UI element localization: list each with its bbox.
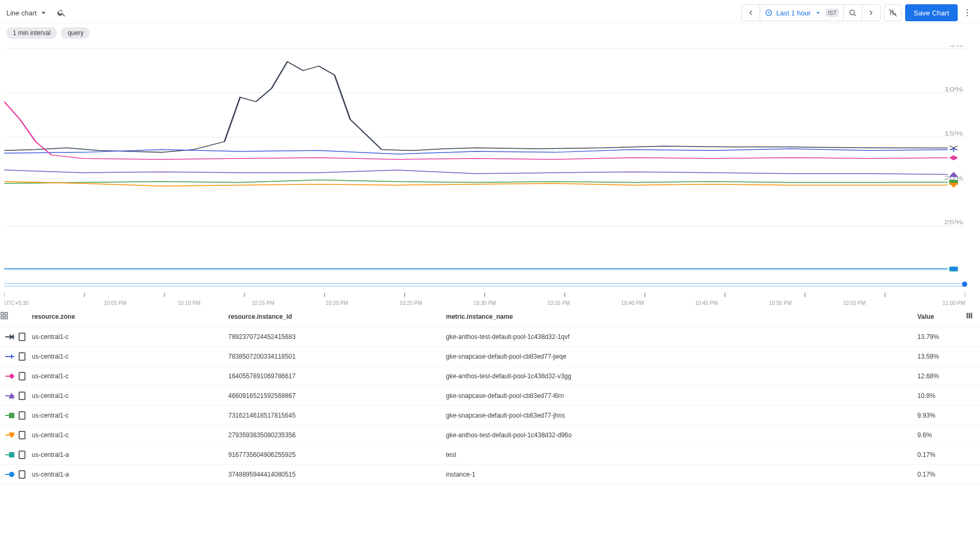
x-tick: 10:45 PM [669,300,743,306]
series-checkbox[interactable] [19,392,25,400]
svg-text:5%: 5% [949,45,963,48]
time-range-label: Last 1 hour [776,9,811,17]
time-prev-button[interactable] [742,5,760,21]
series-checkbox[interactable] [19,352,25,361]
series-line[interactable] [4,101,948,159]
series-checkbox[interactable] [19,470,25,479]
x-tick: 10:50 PM [743,300,817,306]
series-swatch [5,452,14,458]
x-tick: 11:00 PM [891,300,965,306]
series-swatch [5,393,14,399]
cell-zone: us-central1-c [32,426,228,445]
svg-text:10%: 10% [944,87,963,92]
clock-icon [764,9,773,17]
svg-rect-29 [5,312,7,315]
cell-value: 0.17% [917,465,965,485]
series-checkbox[interactable] [19,411,25,420]
svg-point-2 [967,10,968,11]
cell-instance-id: 7316214618517815645 [228,406,446,426]
series-checkbox[interactable] [19,372,25,380]
cell-zone: us-central1-c [32,386,228,406]
time-pager: Last 1 hour IST [741,4,881,21]
legend-row[interactable]: us-central1-c7838507200334118501gke-snap… [0,347,980,367]
series-swatch [5,432,14,438]
svg-rect-30 [1,316,4,319]
line-chart[interactable]: 25%20%15%10%5% [4,45,965,274]
cell-instance-id: 1640557891069786617 [228,367,446,386]
chevron-down-icon [39,8,48,18]
legend-row[interactable]: us-central1-c4660916521592569867gke-snap… [0,386,980,406]
interval-chip[interactable]: 1 min interval [6,27,57,39]
chart-type-dropdown[interactable]: Line chart [6,8,48,18]
series-swatch [5,412,14,419]
chevron-down-icon [814,9,822,17]
legend-header-row: resource.zone resource.instance_id metri… [0,306,980,327]
series-checkbox[interactable] [19,451,25,459]
cell-zone: us-central1-a [32,465,228,485]
cell-instance-name: gke-anthos-test-default-pool-1c438d32-1q… [446,327,917,347]
cell-value: 12.68% [917,367,965,386]
minimap[interactable]: UTC+5:3010:05 PM10:10 PM10:15 PM10:20 PM… [4,283,965,306]
x-tick: 10:15 PM [226,300,300,306]
legend-row[interactable]: us-central1-c7316214618517815645gke-snap… [0,406,980,426]
compare-off-button[interactable] [884,4,902,21]
svg-point-4 [967,15,968,16]
cell-value: 0.17% [917,445,965,465]
col-instance-name[interactable]: metric.instance_name [446,306,917,327]
time-range-dropdown[interactable]: Last 1 hour IST [760,5,843,21]
legend-row[interactable]: us-central1-c2793593835080235356gke-anth… [0,426,980,445]
col-instance-id[interactable]: resource.instance_id [228,306,446,327]
cell-value: 13.59% [917,347,965,367]
more-options-button[interactable] [961,4,974,21]
cell-value: 10.8% [917,386,965,406]
cell-instance-name: test [446,445,917,465]
series-end-marker [950,156,957,160]
col-value[interactable]: Value [917,306,965,327]
legend-row[interactable]: us-central1-c7892370724452415683gke-anth… [0,327,980,347]
group-by-icon[interactable] [0,311,8,320]
x-tick: 10:40 PM [596,300,669,306]
cell-zone: us-central1-a [32,445,228,465]
cell-instance-id: 9167735604906255925 [228,445,446,465]
cell-instance-name: instance-1 [446,465,917,485]
search-icon[interactable] [57,8,66,18]
cell-instance-name: gke-snapcase-default-pool-cb83ed77-jwqe [446,347,917,367]
series-swatch [5,373,14,379]
series-swatch [5,334,14,340]
legend-table: resource.zone resource.instance_id metri… [0,306,980,485]
chart-area: 25%20%15%10%5% UTC+5:3010:05 PM10:10 PM1… [0,45,980,306]
minimap-handle[interactable] [962,282,967,287]
series-checkbox[interactable] [19,333,25,341]
timezone-badge: IST [826,9,839,17]
cell-instance-id: 3748895944414080515 [228,465,446,485]
cell-instance-name: gke-snapcase-default-pool-cb83ed77-jhns [446,406,917,426]
query-chip[interactable]: query [61,27,90,39]
save-chart-button[interactable]: Save Chart [905,4,958,21]
series-line[interactable] [4,149,948,154]
series-end-marker [950,183,957,187]
zoom-in-button[interactable] [843,5,862,21]
series-line[interactable] [4,62,948,152]
cell-instance-name: gke-snapcase-default-pool-cb83ed77-l6rn [446,386,917,406]
cell-zone: us-central1-c [32,367,228,386]
col-zone[interactable]: resource.zone [32,306,228,327]
series-end-marker [950,172,957,176]
series-line[interactable] [4,170,948,174]
x-tick: 10:25 PM [374,300,448,306]
time-next-button[interactable] [862,5,880,21]
x-tick: 10:05 PM [78,300,152,306]
legend-row[interactable]: us-central1-a9167735604906255925test0.17… [0,445,980,465]
legend-row[interactable]: us-central1-a3748895944414080515instance… [0,465,980,485]
timezone-label: UTC+5:30 [4,300,78,306]
cell-value: 9.93% [917,406,965,426]
cell-instance-id: 7892370724452415683 [228,327,446,347]
cell-value: 13.79% [917,327,965,347]
x-tick: 10:55 PM [818,300,891,306]
legend-row[interactable]: us-central1-c1640557891069786617gke-anth… [0,367,980,386]
x-tick: 10:10 PM [152,300,226,306]
x-tick: 10:30 PM [448,300,521,306]
series-checkbox[interactable] [19,431,25,439]
cell-zone: us-central1-c [32,406,228,426]
columns-config-icon[interactable] [965,311,974,320]
cell-instance-id: 4660916521592569867 [228,386,446,406]
